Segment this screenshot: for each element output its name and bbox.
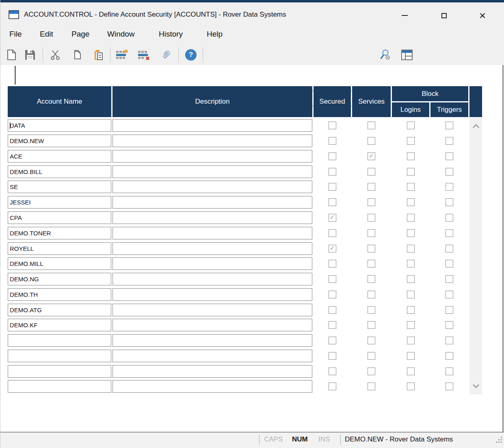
description-cell[interactable] <box>112 334 312 347</box>
attachment-button[interactable] <box>160 49 172 61</box>
services-checkbox[interactable] <box>368 137 375 145</box>
block-logins-checkbox[interactable] <box>407 214 415 222</box>
block-triggers-checkbox[interactable] <box>446 368 453 375</box>
services-checkbox[interactable]: ✓ <box>368 152 375 160</box>
description-cell[interactable] <box>112 380 312 393</box>
block-logins-checkbox[interactable] <box>407 291 415 298</box>
maximize-button[interactable] <box>435 8 453 23</box>
account-name-cell[interactable] <box>8 380 111 393</box>
secured-checkbox[interactable] <box>329 352 336 360</box>
block-triggers-checkbox[interactable] <box>446 229 453 237</box>
account-name-cell[interactable]: ROYELL <box>8 242 111 255</box>
secured-checkbox[interactable] <box>329 137 336 145</box>
block-triggers-checkbox[interactable] <box>446 198 453 206</box>
account-name-cell[interactable]: ACE <box>8 150 111 163</box>
secured-checkbox[interactable]: ✓ <box>329 245 336 252</box>
delete-row-button[interactable] <box>138 49 150 61</box>
menu-history[interactable]: History <box>159 30 183 39</box>
account-name-cell[interactable]: DATA <box>8 119 111 132</box>
description-cell[interactable] <box>112 350 312 362</box>
insert-row-button[interactable] <box>116 49 128 61</box>
block-logins-checkbox[interactable] <box>407 137 415 145</box>
account-name-cell[interactable]: JESSEI <box>8 196 111 209</box>
block-logins-checkbox[interactable] <box>407 245 415 252</box>
block-logins-checkbox[interactable] <box>407 306 415 314</box>
scrollbar-up-button[interactable] <box>469 120 482 133</box>
services-checkbox[interactable] <box>368 352 375 360</box>
account-name-cell[interactable]: DEMO.TH <box>8 288 111 301</box>
secured-checkbox[interactable] <box>329 168 336 176</box>
block-logins-checkbox[interactable] <box>407 122 415 129</box>
secured-checkbox[interactable] <box>329 291 336 298</box>
services-checkbox[interactable] <box>368 383 375 390</box>
secured-checkbox[interactable] <box>329 321 336 329</box>
help-button[interactable]: ? <box>185 49 197 61</box>
block-triggers-checkbox[interactable] <box>446 183 453 191</box>
services-checkbox[interactable] <box>368 122 375 129</box>
copy-button[interactable] <box>70 49 82 61</box>
column-header-services[interactable]: Services <box>352 86 391 117</box>
account-name-cell[interactable]: DEMO.MILL <box>8 257 111 270</box>
block-logins-checkbox[interactable] <box>407 152 415 160</box>
block-triggers-checkbox[interactable] <box>446 306 453 314</box>
secured-checkbox[interactable] <box>329 198 336 206</box>
advanced-search-button[interactable] <box>379 49 391 61</box>
description-cell[interactable] <box>112 135 312 147</box>
paste-button[interactable] <box>92 49 104 61</box>
block-logins-checkbox[interactable] <box>407 183 415 191</box>
menu-window[interactable]: Window <box>107 30 135 39</box>
description-cell[interactable] <box>112 365 312 378</box>
secured-checkbox[interactable]: ✓ <box>329 214 336 222</box>
block-triggers-checkbox[interactable] <box>446 260 453 267</box>
services-checkbox[interactable] <box>368 168 375 176</box>
services-checkbox[interactable] <box>368 306 375 314</box>
menu-page[interactable]: Page <box>71 30 89 39</box>
services-checkbox[interactable] <box>368 245 375 252</box>
secured-checkbox[interactable] <box>329 337 336 344</box>
secured-checkbox[interactable] <box>329 183 336 191</box>
account-name-cell[interactable]: DEMO.NG <box>8 273 111 285</box>
services-checkbox[interactable] <box>368 183 375 191</box>
account-name-cell[interactable] <box>8 334 111 347</box>
title-bar[interactable]: ACCOUNT.CONTROL - Define Account Securit… <box>0 2 504 26</box>
column-header-secured[interactable]: Secured <box>314 86 351 117</box>
column-header-triggers[interactable]: Triggers <box>430 102 468 117</box>
secured-checkbox[interactable] <box>329 152 336 160</box>
description-cell[interactable] <box>112 288 312 301</box>
secured-checkbox[interactable] <box>329 260 336 267</box>
save-button[interactable] <box>24 49 36 61</box>
block-triggers-checkbox[interactable] <box>446 137 453 145</box>
close-button[interactable]: ✕ <box>473 8 492 23</box>
block-logins-checkbox[interactable] <box>407 229 415 237</box>
account-name-cell[interactable]: CPA <box>8 211 111 224</box>
column-header-logins[interactable]: Logins <box>392 102 429 117</box>
account-name-cell[interactable]: DEMO.KF <box>8 319 111 331</box>
block-triggers-checkbox[interactable] <box>446 168 453 176</box>
secured-checkbox[interactable] <box>329 122 336 129</box>
minimize-button[interactable] <box>395 8 414 23</box>
description-cell[interactable] <box>112 181 312 193</box>
secured-checkbox[interactable] <box>329 229 336 237</box>
form-layout-button[interactable] <box>401 49 413 61</box>
description-cell[interactable] <box>112 211 312 224</box>
block-triggers-checkbox[interactable] <box>446 245 453 252</box>
description-cell[interactable] <box>112 257 312 270</box>
block-logins-checkbox[interactable] <box>407 352 415 360</box>
block-logins-checkbox[interactable] <box>407 275 415 283</box>
services-checkbox[interactable] <box>368 291 375 298</box>
column-header-block[interactable]: Block <box>392 86 468 101</box>
block-triggers-checkbox[interactable] <box>446 152 453 160</box>
block-logins-checkbox[interactable] <box>407 368 415 375</box>
account-name-cell[interactable]: SE <box>8 181 111 193</box>
description-cell[interactable] <box>112 319 312 331</box>
account-name-cell[interactable]: DEMO.NEW <box>8 135 111 147</box>
services-checkbox[interactable] <box>368 229 375 237</box>
description-cell[interactable] <box>112 196 312 209</box>
secured-checkbox[interactable] <box>329 275 336 283</box>
block-logins-checkbox[interactable] <box>407 168 415 176</box>
description-cell[interactable] <box>112 150 312 163</box>
description-cell[interactable] <box>112 242 312 255</box>
block-triggers-checkbox[interactable] <box>446 383 453 390</box>
secured-checkbox[interactable] <box>329 383 336 390</box>
block-triggers-checkbox[interactable] <box>446 352 453 360</box>
